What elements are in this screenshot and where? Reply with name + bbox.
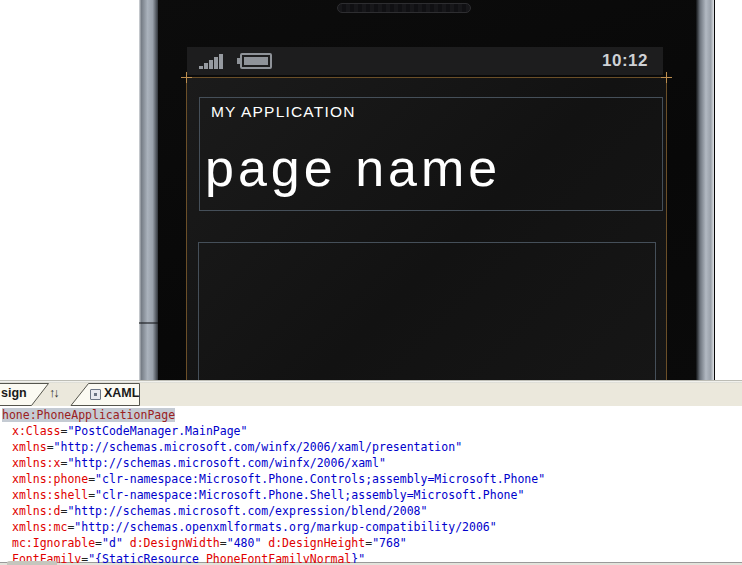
tab-design[interactable]: sign	[1, 386, 27, 400]
battery-icon	[237, 53, 273, 69]
code-line[interactable]: xmlns:d="http://schemas.microsoft.com/ex…	[2, 503, 545, 519]
selection-handle-left[interactable]	[181, 72, 192, 83]
code-line[interactable]: xmlns:mc="http://schemas.openxmlformats.…	[2, 519, 545, 535]
content-panel[interactable]	[198, 242, 656, 380]
code-lines: hone:PhoneApplicationPagex:Class="PostCo…	[2, 407, 545, 565]
phone-speaker	[337, 3, 471, 13]
code-line[interactable]: xmlns:phone="clr-namespace:Microsoft.Pho…	[2, 471, 545, 487]
xaml-document-icon	[90, 389, 101, 400]
swap-panes-icon[interactable]: ↑↓	[49, 386, 58, 400]
phone-right-edge	[696, 0, 714, 380]
status-time: 10:12	[602, 51, 648, 71]
code-line[interactable]: xmlns:x="http://schemas.microsoft.com/wi…	[2, 455, 545, 471]
view-tabstrip: sign ↑↓ XAML	[0, 383, 742, 406]
application-title-text[interactable]: MY APPLICATION	[211, 103, 356, 121]
code-line[interactable]: xmlns:shell="clr-namespace:Microsoft.Pho…	[2, 487, 545, 503]
xaml-designer-window: 10:12 MY APPLICATION page name sign ↑↓ X…	[0, 0, 742, 565]
xaml-code-editor[interactable]: hone:PhoneApplicationPagex:Class="PostCo…	[0, 406, 742, 563]
selection-outline-left	[186, 77, 187, 380]
phone-side-seam	[139, 322, 158, 324]
selection-outline-right	[666, 77, 667, 380]
code-line[interactable]: hone:PhoneApplicationPage	[2, 407, 545, 423]
horizontal-scrollbar-thumb[interactable]	[7, 561, 57, 565]
signal-strength-icon	[199, 54, 227, 69]
code-line[interactable]: mc:Ignorable="d" d:DesignWidth="480" d:D…	[2, 535, 545, 551]
tab-xaml[interactable]: XAML	[104, 386, 139, 400]
selection-outline-top	[186, 77, 668, 78]
selection-handle-right[interactable]	[661, 72, 672, 83]
code-line[interactable]: xmlns="http://schemas.microsoft.com/winf…	[2, 439, 545, 455]
status-bar: 10:12	[187, 47, 663, 75]
code-line[interactable]: x:Class="PostCodeManager.MainPage"	[2, 423, 545, 439]
page-title-text[interactable]: page name	[205, 138, 501, 198]
design-surface: 10:12 MY APPLICATION page name	[0, 0, 742, 380]
